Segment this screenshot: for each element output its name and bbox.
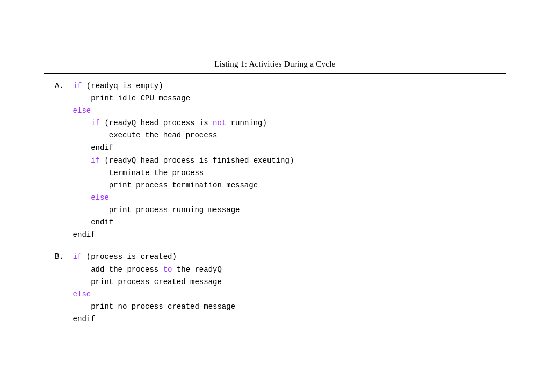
code-line-a6: endif [55, 142, 495, 154]
kw-if-b1: if [73, 252, 82, 261]
code-line-b1: B. if (process is created) [55, 251, 495, 263]
code-line-a11: print process running message [55, 204, 495, 216]
kw-if-a3: if [91, 156, 100, 165]
code-line-a9: print process termination message [55, 179, 495, 192]
section-label-b: B. [55, 252, 64, 261]
code-line-a10: else [55, 192, 495, 204]
kw-if-a1: if [73, 82, 82, 90]
listing-title: Listing 1: Activities During a Cycle [44, 60, 506, 69]
kw-if-a2: if [91, 119, 100, 127]
code-line-b4: else [55, 288, 495, 301]
top-rule [44, 73, 506, 74]
kw-else-a2: else [91, 193, 109, 202]
kw-else-b1: else [73, 290, 91, 299]
code-line-b6: endif [55, 313, 495, 325]
kw-not: not [213, 119, 226, 127]
code-line-a3: else [55, 105, 495, 117]
section-spacer [55, 241, 495, 251]
code-line-a8: terminate the process [55, 167, 495, 179]
code-line-a12: endif [55, 216, 495, 229]
section-label-a: A. [55, 82, 64, 90]
bottom-rule [44, 332, 506, 332]
code-line-b5: print no process created message [55, 301, 495, 313]
code-line-a7: if (readyQ head process is finished exeu… [55, 155, 495, 167]
code-line-a5: execute the head process [55, 129, 495, 142]
listing-container: Listing 1: Activities During a Cycle A. … [44, 49, 506, 343]
kw-else-a1: else [73, 106, 91, 115]
code-line-b2: add the process to the readyQ [55, 264, 495, 276]
code-block: A. if (readyq is empty) print idle CPU m… [44, 80, 506, 325]
kw-to: to [163, 265, 172, 274]
code-line-a2: print idle CPU message [55, 92, 495, 105]
code-line-a1: A. if (readyq is empty) [55, 80, 495, 92]
code-line-a13: endif [55, 229, 495, 241]
code-line-b3: print process created message [55, 276, 495, 288]
code-line-a4: if (readyQ head process is not running) [55, 117, 495, 129]
